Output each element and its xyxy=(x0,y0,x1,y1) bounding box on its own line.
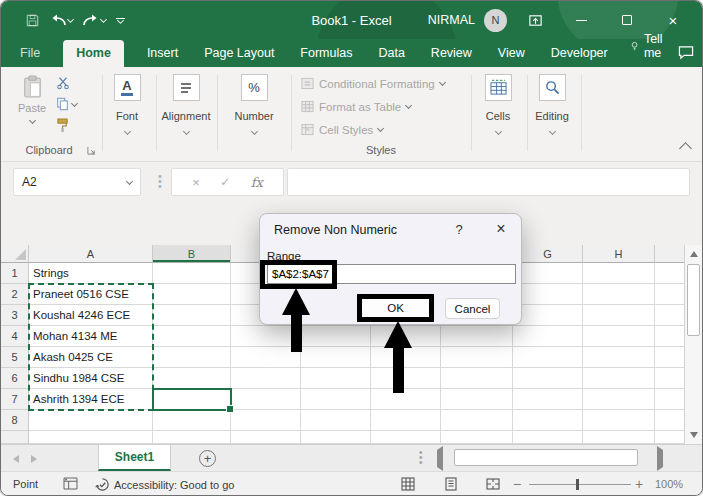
cell-H6[interactable] xyxy=(583,368,655,389)
cut-button[interactable] xyxy=(56,76,77,90)
cell-G8[interactable] xyxy=(513,410,583,431)
page-layout-view-button[interactable] xyxy=(444,477,458,491)
copy-dropdown-icon[interactable] xyxy=(71,99,78,106)
cell-D7[interactable] xyxy=(301,389,371,410)
cells-group-button[interactable]: Cells xyxy=(471,74,525,134)
comments-button[interactable] xyxy=(677,45,695,67)
formula-cancel-button[interactable]: × xyxy=(192,175,200,190)
dialog-help-button[interactable]: ? xyxy=(450,222,468,237)
redo-dropdown-icon[interactable] xyxy=(100,15,107,22)
ok-button[interactable]: OK xyxy=(357,294,434,322)
cell-B4[interactable] xyxy=(153,326,231,347)
cell-A3[interactable]: Koushal 4246 ECE xyxy=(29,305,153,326)
cancel-button[interactable]: Cancel xyxy=(445,298,500,319)
font-group-button[interactable]: A Font xyxy=(100,74,154,134)
zoom-slider-handle[interactable] xyxy=(576,479,579,490)
cell-H2[interactable] xyxy=(583,284,655,305)
zoom-in-button[interactable]: + xyxy=(635,476,643,492)
cell-F5[interactable] xyxy=(441,347,513,368)
redo-button[interactable] xyxy=(81,11,108,29)
cell-A7[interactable]: Ashrith 1394 ECE xyxy=(29,389,153,410)
tab-home[interactable]: Home xyxy=(63,40,124,67)
cell-G2[interactable] xyxy=(513,284,583,305)
cell-B8[interactable] xyxy=(153,410,231,431)
alignment-group-button[interactable]: Alignment xyxy=(159,74,213,134)
cell-G7[interactable] xyxy=(513,389,583,410)
row-header-8[interactable]: 8 xyxy=(1,410,29,431)
ribbon-tab[interactable]: Developer xyxy=(538,40,621,67)
normal-view-button[interactable] xyxy=(401,477,415,491)
ribbon-tab[interactable]: Data xyxy=(365,40,417,67)
cell-F7[interactable] xyxy=(441,389,513,410)
cell-C7[interactable] xyxy=(231,389,301,410)
page-break-preview-button[interactable] xyxy=(486,477,500,491)
vertical-scroll-thumb[interactable] xyxy=(687,264,700,336)
column-header-H[interactable]: H xyxy=(583,245,655,263)
dialog-close-button[interactable]: × xyxy=(491,220,511,238)
horizontal-scroll-thumb[interactable] xyxy=(454,449,638,466)
formula-bar-splitter[interactable]: ••• xyxy=(158,174,162,189)
cell-H8[interactable] xyxy=(583,410,655,431)
cell-B6[interactable] xyxy=(153,368,231,389)
insert-function-button[interactable]: fx xyxy=(251,175,263,190)
minimize-button[interactable] xyxy=(558,1,604,39)
macro-recording-button[interactable] xyxy=(63,477,78,490)
column-header-G[interactable]: G xyxy=(513,245,583,263)
undo-dropdown-icon[interactable] xyxy=(67,15,74,22)
ribbon-tab[interactable]: Formulas xyxy=(287,40,365,67)
ribbon-tab[interactable]: View xyxy=(485,40,538,67)
select-all-corner[interactable] xyxy=(1,245,29,263)
ribbon-tab[interactable]: Review xyxy=(418,40,485,67)
undo-button[interactable] xyxy=(48,11,75,29)
row-header-2[interactable]: 2 xyxy=(1,284,29,305)
cell-H5[interactable] xyxy=(583,347,655,368)
format-painter-button[interactable] xyxy=(56,118,77,132)
zoom-level-label[interactable]: 100% xyxy=(655,478,683,490)
cell-C6[interactable] xyxy=(231,368,301,389)
collapse-ribbon-button[interactable] xyxy=(679,142,692,155)
ribbon-tab[interactable]: Insert xyxy=(134,40,191,67)
cell-A1[interactable]: Strings xyxy=(29,263,153,284)
tab-bar-splitter[interactable]: ••• xyxy=(419,450,423,465)
save-button[interactable] xyxy=(23,11,42,30)
vertical-scrollbar[interactable] xyxy=(684,245,702,444)
ribbon-display-options-button[interactable] xyxy=(512,1,558,39)
column-header-B[interactable]: B xyxy=(153,245,231,263)
cell-E8[interactable] xyxy=(371,410,441,431)
clipboard-dialog-launcher[interactable] xyxy=(87,146,96,155)
cell-H3[interactable] xyxy=(583,305,655,326)
cell-D5[interactable] xyxy=(301,347,371,368)
cell-B3[interactable] xyxy=(153,305,231,326)
cell-H1[interactable] xyxy=(583,263,655,284)
cell-B2[interactable] xyxy=(153,284,231,305)
zoom-slider-track[interactable] xyxy=(529,484,631,485)
format-as-table-button[interactable]: Format as Table xyxy=(301,100,411,113)
row-header-4[interactable]: 4 xyxy=(1,326,29,347)
cell-B5[interactable] xyxy=(153,347,231,368)
previous-sheet-button[interactable] xyxy=(13,455,19,463)
editing-group-button[interactable]: Editing xyxy=(525,74,579,134)
cell-D8[interactable] xyxy=(301,410,371,431)
cell-H7[interactable] xyxy=(583,389,655,410)
cell-D6[interactable] xyxy=(301,368,371,389)
row-header-1[interactable]: 1 xyxy=(1,263,29,284)
row-header-7[interactable]: 7 xyxy=(1,389,29,410)
formula-enter-button[interactable]: ✓ xyxy=(220,175,230,189)
zoom-out-button[interactable]: − xyxy=(513,476,521,492)
name-box[interactable]: A2 xyxy=(13,168,141,196)
copy-button[interactable] xyxy=(56,97,77,111)
number-group-button[interactable]: % Number xyxy=(227,74,281,134)
tab-file[interactable]: File xyxy=(7,40,53,67)
tell-me-button[interactable]: Tell me xyxy=(621,26,678,67)
column-header-A[interactable]: A xyxy=(29,245,153,263)
next-sheet-button[interactable] xyxy=(31,455,37,463)
ribbon-tab[interactable]: Page Layout xyxy=(191,40,287,67)
cell-A6[interactable]: Sindhu 1984 CSE xyxy=(29,368,153,389)
row-header-6[interactable]: 6 xyxy=(1,368,29,389)
cell-A8[interactable] xyxy=(29,410,153,431)
cell-H4[interactable] xyxy=(583,326,655,347)
cell-G5[interactable] xyxy=(513,347,583,368)
name-box-dropdown-icon[interactable] xyxy=(126,177,133,184)
cell-G6[interactable] xyxy=(513,368,583,389)
cell-F8[interactable] xyxy=(441,410,513,431)
